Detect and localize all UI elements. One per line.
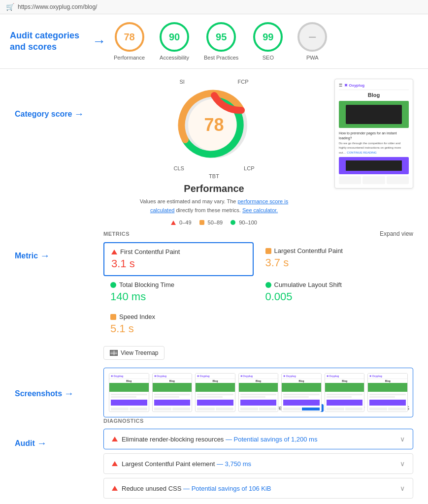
lcp-value: 3.7 s — [265, 256, 407, 269]
audit-1-icon — [112, 437, 118, 441]
audit-3-chevron: ∨ — [400, 484, 405, 492]
audit-item-2[interactable]: Largest Contentful Paint element — 3,750… — [103, 453, 413, 474]
cls-icon — [265, 282, 271, 288]
score-circle-accessibility: 90 — [160, 22, 189, 52]
performance-title: Performance — [103, 183, 325, 194]
si-icon — [110, 314, 116, 320]
preview-blog-title: Blog — [339, 92, 409, 98]
metric-label: Metric — [15, 252, 38, 260]
lcp-icon — [265, 248, 271, 254]
thumb-1: ✖ Oxyplug Blog — [109, 373, 149, 412]
score-label-seo: SEO — [263, 55, 274, 61]
category-score-label: Category score — [15, 110, 72, 119]
label-si: SI — [180, 79, 185, 85]
score-circles: 78 Performance 90 Accessibility 95 Best … — [114, 22, 327, 61]
score-circle-seo: 99 — [253, 22, 283, 52]
audit-2-icon — [112, 461, 118, 466]
metric-arrow: → — [40, 250, 50, 261]
thumb-6: ✖ Oxyplug Blog — [325, 373, 365, 412]
audit-header: Audit categories and scores → 78 Perform… — [0, 14, 428, 69]
score-item-performance[interactable]: 78 Performance — [114, 22, 145, 61]
legend-pass: 90–100 — [230, 220, 257, 225]
label-tbt: TBT — [209, 173, 219, 179]
fcp-icon — [111, 250, 117, 254]
tbt-name: Total Blocking Time — [119, 281, 174, 288]
favicon-icon: 🛒 — [6, 3, 14, 11]
expand-view-button[interactable]: Expand view — [380, 230, 413, 237]
gauge-center: 78 — [204, 115, 224, 135]
diagnostics-content: DIAGNOSTICS Eliminate render-blocking re… — [103, 418, 413, 503]
score-item-accessibility[interactable]: 90 Accessibility — [160, 22, 189, 61]
audit-2-chevron: ∨ — [400, 460, 405, 468]
screenshots-anno: Screenshots → — [15, 388, 103, 399]
treemap-label: View Treemap — [121, 349, 158, 356]
audit-label-arrow: → — [92, 33, 106, 49]
legend-average: 50–89 — [199, 220, 223, 225]
treemap-button[interactable]: View Treemap — [103, 346, 413, 360]
audit-1-text: Eliminate render-blocking resources — Po… — [122, 436, 317, 443]
tbt-value: 140 ms — [110, 290, 247, 303]
legend-fail: 0–49 — [171, 220, 191, 225]
treemap-icon — [110, 350, 118, 356]
thumb-7: ✖ Oxyplug Blog — [367, 373, 408, 412]
diagnostics-title: DIAGNOSTICS — [103, 418, 413, 424]
score-item-best-practices[interactable]: 95 Best Practices — [204, 22, 238, 61]
metric-fcp: First Contentful Paint 3.1 s — [103, 242, 254, 276]
score-item-seo[interactable]: 99 SEO — [253, 22, 283, 61]
thumb-3: ✖ Oxyplug Blog — [195, 373, 235, 412]
score-circle-performance: 78 — [115, 22, 144, 52]
audit-arrow: → — [37, 438, 47, 449]
gauge-area: SI FCP — [103, 79, 325, 225]
metric-cls: Cumulative Layout Shift 0.005 — [259, 276, 414, 308]
audit-2-text: Largest Contentful Paint element — 3,750… — [122, 460, 251, 468]
audit-label: Audit — [15, 439, 35, 448]
metrics-grid: First Contentful Paint 3.1 s Largest Con… — [103, 242, 413, 340]
legend: 0–49 50–89 90–100 — [103, 220, 325, 225]
fcp-value: 3.1 s — [111, 257, 246, 270]
score-item-pwa[interactable]: — PWA — [297, 22, 327, 61]
screenshots-arrow: → — [64, 388, 74, 399]
preview-text: How to prerender pages for an instant lo… — [339, 131, 409, 155]
preview-screenshot: ☰ ✖ Oxyplug Blog How to prerender pages … — [334, 79, 413, 189]
score-label-accessibility: Accessibility — [160, 55, 189, 61]
audit-item-3[interactable]: Reduce unused CSS — Potential savings of… — [103, 478, 413, 499]
score-label-best-practices: Best Practices — [204, 55, 238, 61]
metric-si: Speed Index 5.1 s — [103, 308, 254, 340]
audit-3-icon — [112, 486, 118, 491]
score-circle-pwa: — — [297, 22, 327, 52]
fcp-name: First Contentful Paint — [120, 248, 180, 255]
cls-value: 0.005 — [265, 290, 407, 303]
tbt-icon — [110, 282, 116, 288]
audit-3-text: Reduce unused CSS — Potential savings of… — [122, 485, 271, 492]
calculator-link[interactable]: See calculator. — [242, 207, 278, 213]
metrics-content: METRICS Expand view First Contentful Pai… — [103, 230, 413, 417]
performance-note: Values are estimated and may vary. The p… — [131, 197, 298, 215]
score-label-performance: Performance — [114, 55, 145, 61]
audit-1-chevron: ∨ — [400, 435, 405, 443]
url-bar: 🛒 https://www.oxyplug.com/blog/ — [0, 0, 428, 14]
audit-label: Audit categories and scores — [10, 30, 79, 53]
thumb-4: ✖ Oxyplug Blog — [238, 373, 279, 412]
label-fcp: FCP — [238, 79, 249, 85]
label-cls: CLS — [174, 165, 184, 171]
category-score-arrow: → — [74, 108, 84, 120]
performance-section: SI FCP — [103, 79, 413, 225]
audit-label-container: Audit categories and scores → — [10, 30, 114, 53]
thumb-5: ✖ Oxyplug Blog — [281, 373, 322, 412]
metrics-title: METRICS — [103, 231, 130, 237]
gauge-score: 78 — [204, 115, 224, 135]
metric-anno: Metric → — [15, 230, 103, 261]
label-lcp: LCP — [244, 165, 254, 171]
main-content: Category score → SI FCP — [0, 69, 428, 504]
score-label-pwa: PWA — [306, 55, 319, 61]
audit-item-1[interactable]: Eliminate render-blocking resources — Po… — [103, 429, 413, 449]
si-value: 5.1 s — [110, 322, 247, 335]
score-circle-best-practices: 95 — [206, 22, 236, 52]
cls-name: Cumulative Layout Shift — [274, 281, 342, 288]
metric-lcp: Largest Contentful Paint 3.7 s — [259, 242, 414, 276]
audit-anno: Audit → — [15, 418, 103, 449]
screenshots-strip: ✖ Oxyplug Blog — [103, 368, 413, 417]
si-name: Speed Index — [119, 313, 155, 320]
screenshots-section: ✖ Oxyplug Blog — [103, 368, 413, 417]
screenshots-label: Screenshots — [15, 389, 62, 398]
